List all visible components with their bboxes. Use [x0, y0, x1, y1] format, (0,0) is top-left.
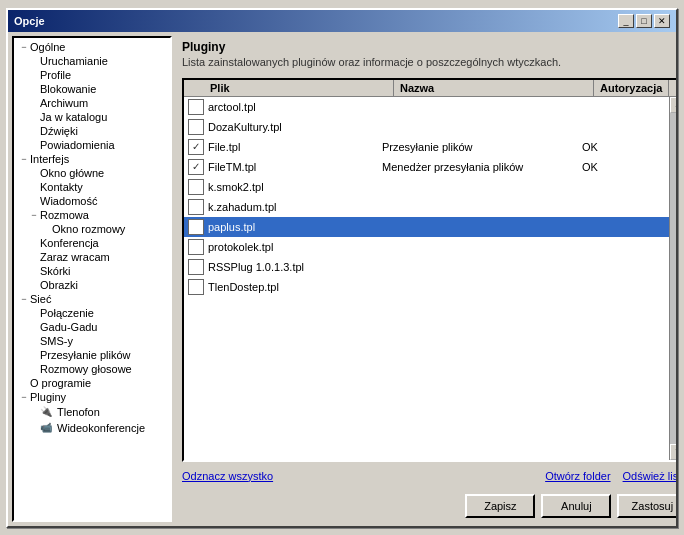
tree-label: Blokowanie	[40, 83, 166, 95]
col-header-autoryzacja[interactable]: Autoryzacja	[594, 80, 669, 96]
plugin-checkbox-file[interactable]	[188, 139, 204, 155]
plugin-checkbox-ksmok2[interactable]	[188, 179, 204, 195]
panel-header: Pluginy Lista zainstalowanych pluginów o…	[176, 36, 676, 72]
uncheck-all-link[interactable]: Odznacz wszystko	[182, 470, 273, 482]
tree-item-wideokonferencje[interactable]: Wideokonferencje	[16, 420, 168, 436]
scroll-up-arrow[interactable]: ▲	[670, 97, 676, 113]
plugin-row-file[interactable]: File.tpl Przesyłanie plików OK	[184, 137, 669, 157]
plugin-checkbox-filetm[interactable]	[188, 159, 204, 175]
scrollbar[interactable]: ▲ ▼	[669, 97, 676, 460]
tree-label: Ja w katalogu	[40, 111, 166, 123]
plugin-row-dozakultury[interactable]: DozaKultury.tpl	[184, 117, 669, 137]
tree-label: Sieć	[30, 293, 166, 305]
tree-item-profile[interactable]: Profile	[16, 68, 168, 82]
plugin-row-paplus[interactable]: paplus.tpl	[184, 217, 669, 237]
tree-item-pluginy[interactable]: − Pluginy	[16, 390, 168, 404]
plugin-row-protokolek[interactable]: protokolek.tpl	[184, 237, 669, 257]
tree-item-sms-y[interactable]: SMS-y	[16, 334, 168, 348]
plugin-row-ksmok2[interactable]: k.smok2.tpl	[184, 177, 669, 197]
tree-item-przesylanie-plikow[interactable]: Przesyłanie plików	[16, 348, 168, 362]
tree-label: Archiwum	[40, 97, 166, 109]
tree-label: Ogólne	[30, 41, 166, 53]
cell-plik: k.smok2.tpl	[208, 181, 382, 193]
tree-item-powiadomienia[interactable]: Powiadomienia	[16, 138, 168, 152]
open-folder-link[interactable]: Otwórz folder	[545, 470, 610, 482]
tree-item-ja-w-katalogu[interactable]: Ja w katalogu	[16, 110, 168, 124]
tree-item-polaczenie[interactable]: Połączenie	[16, 306, 168, 320]
link-row: Odznacz wszystko Otwórz folder Odśwież l…	[176, 468, 676, 484]
tree-item-uruchamianie[interactable]: Uruchamianie	[16, 54, 168, 68]
plugin-checkbox-rssplug[interactable]	[188, 259, 204, 275]
plugin-checkbox-paplus[interactable]	[188, 219, 204, 235]
tree-item-archiwum[interactable]: Archiwum	[16, 96, 168, 110]
cell-nazwa: Przesyłanie plików	[382, 141, 582, 153]
cell-plik: protokolek.tpl	[208, 241, 382, 253]
plugin-icon	[40, 405, 54, 419]
tree-label: Okno główne	[40, 167, 166, 179]
tree-label: Interfejs	[30, 153, 166, 165]
tree-item-kontakty[interactable]: Kontakty	[16, 180, 168, 194]
plugin-row-arctool[interactable]: arctool.tpl	[184, 97, 669, 117]
col-header-plik[interactable]: Plik	[204, 80, 394, 96]
col-header-nazwa[interactable]: Nazwa	[394, 80, 594, 96]
plugin-list-header: Plik Nazwa Autoryzacja	[184, 80, 676, 97]
tree-item-o-programie[interactable]: O programie	[16, 376, 168, 390]
cell-plik: FileTM.tpl	[208, 161, 382, 173]
button-row: Zapisz Anuluj Zastosuj	[176, 490, 676, 522]
tree-label: Zaraz wracam	[40, 251, 166, 263]
tree-label: Przesyłanie plików	[40, 349, 166, 361]
panel-title: Pluginy	[182, 40, 676, 54]
tree-item-ogolne[interactable]: − Ogólne	[16, 40, 168, 54]
tree-item-zaraz-wracam[interactable]: Zaraz wracam	[16, 250, 168, 264]
scroll-track[interactable]	[670, 113, 676, 444]
expand-ogolne[interactable]: −	[18, 42, 30, 52]
tree-item-rozmowy-glosowe[interactable]: Rozmowy głosowe	[16, 362, 168, 376]
cell-plik: paplus.tpl	[208, 221, 382, 233]
plugin-row-rssplug[interactable]: RSSPlug 1.0.1.3.tpl	[184, 257, 669, 277]
cell-plik: File.tpl	[208, 141, 382, 153]
opcje-window: Opcje _ □ ✕ − Ogólne Uruchamianie Profil…	[6, 8, 678, 528]
right-panel: Pluginy Lista zainstalowanych pluginów o…	[176, 36, 676, 522]
tree-item-konferencja[interactable]: Konferencja	[16, 236, 168, 250]
tree-item-blokowanie[interactable]: Blokowanie	[16, 82, 168, 96]
tree-item-siec[interactable]: − Sieć	[16, 292, 168, 306]
plugin-row-tlendostep[interactable]: TlenDostep.tpl	[184, 277, 669, 297]
tree-label: O programie	[30, 377, 166, 389]
cell-plik: TlenDostep.tpl	[208, 281, 382, 293]
cancel-button[interactable]: Anuluj	[541, 494, 611, 518]
expand-siec[interactable]: −	[18, 294, 30, 304]
minimize-button[interactable]: _	[618, 14, 634, 28]
expand-rozmowa[interactable]: −	[28, 210, 40, 220]
tree-label: SMS-y	[40, 335, 166, 347]
tree-item-okno-glowne[interactable]: Okno główne	[16, 166, 168, 180]
plugin-checkbox-arctool[interactable]	[188, 99, 204, 115]
content-area: − Ogólne Uruchamianie Profile Blokowanie…	[8, 32, 676, 526]
tree-item-skorki[interactable]: Skórki	[16, 264, 168, 278]
window-title: Opcje	[14, 15, 45, 27]
plugin-checkbox-protokolek[interactable]	[188, 239, 204, 255]
close-button[interactable]: ✕	[654, 14, 670, 28]
save-button[interactable]: Zapisz	[465, 494, 535, 518]
tree-item-obrazki[interactable]: Obrazki	[16, 278, 168, 292]
refresh-list-link[interactable]: Odśwież listę	[623, 470, 676, 482]
plugin-checkbox-kzahadum[interactable]	[188, 199, 204, 215]
tree-item-dzwieki[interactable]: Dźwięki	[16, 124, 168, 138]
plugin-checkbox-tlendostep[interactable]	[188, 279, 204, 295]
plugin-checkbox-dozakultury[interactable]	[188, 119, 204, 135]
tree-item-wiadomosc[interactable]: Wiadomość	[16, 194, 168, 208]
maximize-button[interactable]: □	[636, 14, 652, 28]
plugin-row-filetm[interactable]: FileTM.tpl Menedżer przesyłania plików O…	[184, 157, 669, 177]
tree-item-gadu-gadu[interactable]: Gadu-Gadu	[16, 320, 168, 334]
tree-item-tlenofon[interactable]: Tlenofon	[16, 404, 168, 420]
tree-item-rozmowa[interactable]: − Rozmowa	[16, 208, 168, 222]
apply-button[interactable]: Zastosuj	[617, 494, 676, 518]
expand-pluginy[interactable]: −	[18, 392, 30, 402]
tree-panel[interactable]: − Ogólne Uruchamianie Profile Blokowanie…	[12, 36, 172, 522]
tree-label: Obrazki	[40, 279, 166, 291]
tree-item-okno-rozmowy[interactable]: Okno rozmowy	[16, 222, 168, 236]
plugin-row-kzahadum[interactable]: k.zahadum.tpl	[184, 197, 669, 217]
plugin-list-body[interactable]: arctool.tpl DozaKultury.tpl Fi	[184, 97, 669, 460]
scroll-down-arrow[interactable]: ▼	[670, 444, 676, 460]
expand-interfejs[interactable]: −	[18, 154, 30, 164]
tree-item-interfejs[interactable]: − Interfejs	[16, 152, 168, 166]
